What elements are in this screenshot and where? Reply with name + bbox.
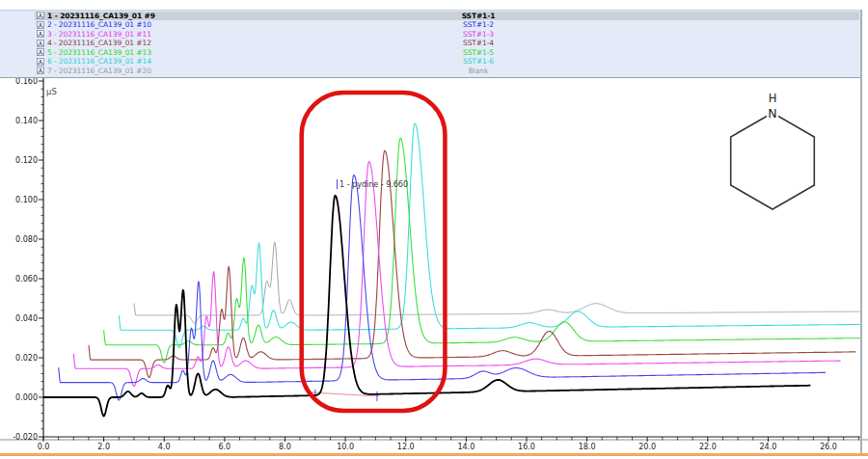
injection-legend-rows: 1 - 20231116_CA139_01 #9SST#1-12 - 20231…	[35, 12, 859, 75]
svg-text:16.0: 16.0	[518, 443, 535, 451]
svg-text:18.0: 18.0	[579, 443, 596, 451]
chromatogram-file-icon	[37, 12, 44, 19]
sst-label: SST#1-3	[440, 30, 517, 39]
y-axis: -0.0200.0000.0200.0400.0600.0800.1000.12…	[13, 77, 43, 442]
svg-text:0.040: 0.040	[15, 314, 38, 323]
svg-text:6.0: 6.0	[218, 443, 231, 451]
sst-label: SST#1-5	[440, 48, 517, 57]
chromatogram-file-icon	[37, 40, 44, 47]
sst-label: SST#1-6	[440, 57, 517, 66]
sst-label: SST#1-4	[440, 39, 517, 47]
svg-text:14.0: 14.0	[457, 443, 475, 451]
svg-text:0.160: 0.160	[15, 77, 38, 86]
svg-text:24.0: 24.0	[760, 443, 777, 451]
axes	[0, 77, 868, 440]
legend-row-7[interactable]: 7 - 20231116_CA139_01 #20Blank	[35, 67, 859, 75]
svg-text:0.100: 0.100	[15, 196, 38, 204]
svg-text:12.0: 12.0	[397, 443, 415, 451]
sst-label: SST#1-2	[440, 20, 517, 29]
svg-text:0.080: 0.080	[15, 235, 38, 244]
chromatogram-file-icon	[37, 48, 44, 56]
nitrogen-atom-label: N	[768, 106, 776, 121]
svg-text:0.000: 0.000	[15, 393, 38, 402]
injection-name: 3 - 20231116_CA139_01 #11	[47, 30, 151, 39]
window-bottom-accent	[0, 453, 868, 456]
injection-name: 5 - 20231116_CA139_01 #13	[47, 48, 151, 57]
piperidine-structure: NH	[731, 92, 815, 209]
injection-name: 6 - 20231116_CA139_01 #14	[47, 57, 151, 66]
svg-text:22.0: 22.0	[699, 443, 717, 451]
svg-text:2.0: 2.0	[97, 443, 110, 451]
injection-name: 7 - 20231116_CA139_01 #20	[47, 67, 151, 75]
svg-text:20.0: 20.0	[638, 443, 656, 451]
traces	[43, 123, 860, 417]
nh-hydrogen-label: H	[769, 92, 777, 105]
chromatogram-file-icon	[37, 67, 44, 74]
injection-name: 2 - 20231116_CA139_01 #10	[47, 21, 151, 30]
legend-row-3[interactable]: 3 - 20231116_CA139_01 #11SST#1-3	[35, 30, 859, 39]
injection-name: 1 - 20231116_CA139_01 #9	[47, 12, 155, 20]
legend-row-6[interactable]: 6 - 20231116_CA139_01 #14SST#1-6	[35, 57, 859, 66]
svg-text:0.120: 0.120	[15, 156, 38, 165]
injection-legend: 1 - 20231116_CA139_01 #9SST#1-12 - 20231…	[0, 10, 860, 78]
sst-label: Blank	[440, 67, 517, 75]
trace-SST#1-1	[43, 196, 810, 417]
svg-text:0.0: 0.0	[38, 443, 50, 451]
legend-row-1[interactable]: 1 - 20231116_CA139_01 #9SST#1-1	[35, 12, 859, 20]
y-axis-unit-label: µS	[46, 87, 57, 96]
svg-text:0.140: 0.140	[15, 117, 38, 125]
legend-row-5[interactable]: 5 - 20231116_CA139_01 #13SST#1-5	[35, 48, 859, 57]
x-axis: 0.02.04.06.08.010.012.014.016.018.020.02…	[38, 437, 859, 451]
chromatography-window: -0.0200.0000.0200.0400.0600.0800.1000.12…	[0, 0, 868, 459]
peak-annotation-label: 1 - pydine - 9.660	[339, 180, 408, 189]
svg-text:-0.020: -0.020	[13, 433, 38, 442]
legend-row-2[interactable]: 2 - 20231116_CA139_01 #10SST#1-2	[35, 20, 859, 29]
svg-text:0.020: 0.020	[15, 354, 38, 363]
legend-row-4[interactable]: 4 - 20231116_CA139_01 #12SST#1-4	[35, 39, 859, 47]
svg-text:8.0: 8.0	[279, 443, 291, 451]
svg-text:10.0: 10.0	[337, 443, 354, 451]
svg-text:0.060: 0.060	[15, 275, 38, 284]
chromatogram-file-icon	[37, 21, 44, 29]
sst-label: SST#1-1	[440, 12, 517, 20]
chromatogram-file-icon	[37, 58, 44, 66]
svg-text:4.0: 4.0	[158, 443, 171, 451]
injection-name: 4 - 20231116_CA139_01 #12	[47, 40, 151, 48]
chromatogram-file-icon	[37, 30, 44, 38]
svg-text:26.0: 26.0	[820, 443, 837, 451]
window-right-border	[860, 10, 862, 454]
red-highlight-annotation	[302, 93, 446, 411]
peak-number-tick	[337, 179, 338, 189]
trace-Blank	[134, 242, 860, 323]
